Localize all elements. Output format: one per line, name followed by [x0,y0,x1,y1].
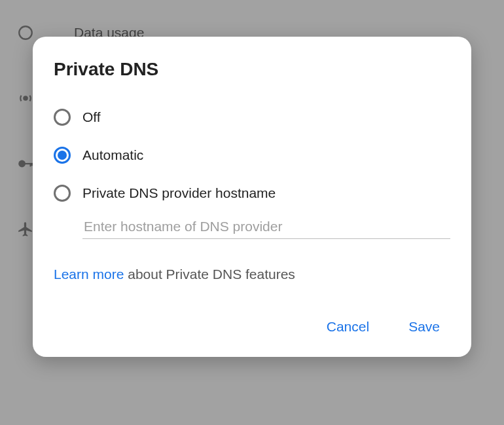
radio-label: Automatic [82,147,143,163]
radio-icon [54,147,71,164]
radio-icon [54,185,71,202]
radio-label: Private DNS provider hostname [82,185,276,201]
info-tail: about Private DNS features [124,267,295,282]
radio-option-hostname[interactable]: Private DNS provider hostname [33,174,471,212]
info-text: Learn more about Private DNS features [33,239,471,282]
learn-more-link[interactable]: Learn more [54,267,124,282]
dialog-actions: Cancel Save [33,282,471,342]
radio-label: Off [82,109,101,125]
radio-option-off[interactable]: Off [33,98,471,136]
dialog-title: Private DNS [33,59,471,98]
radio-icon [54,109,71,126]
cancel-button[interactable]: Cancel [321,316,374,337]
radio-option-automatic[interactable]: Automatic [33,136,471,174]
hostname-input-wrap [33,212,471,239]
hostname-input[interactable] [82,215,450,239]
private-dns-dialog: Private DNS Off Automatic Private DNS pr… [33,37,471,357]
save-button[interactable]: Save [403,316,445,337]
